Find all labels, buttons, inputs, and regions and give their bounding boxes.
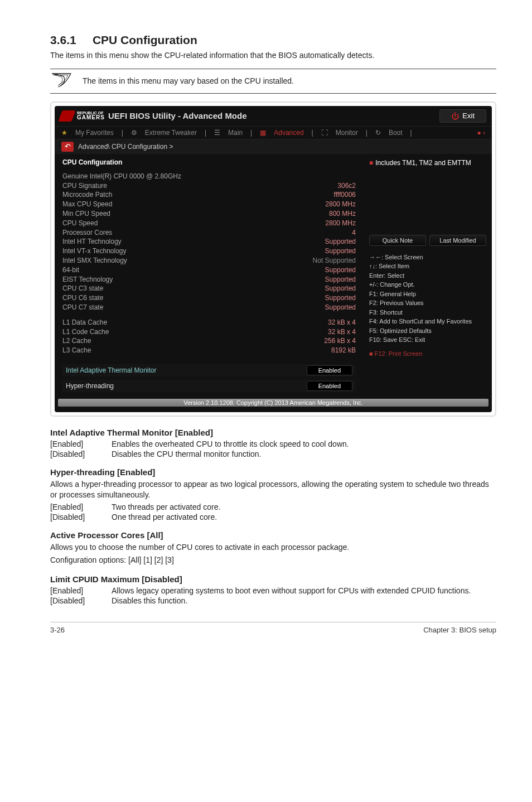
heading-thermal: Intel Adaptive Thermal Monitor [Enabled]: [50, 428, 496, 437]
bios-version-bar: Version 2.10.1208. Copyright (C) 2013 Am…: [58, 399, 489, 407]
row-microcode: Microcode Patchffff0006: [62, 190, 356, 200]
heading-cpuid: Limit CPUID Maximum [Disabled]: [50, 574, 496, 584]
monitor-icon: ⛶: [321, 129, 328, 137]
note-callout: The items in this menu may vary based on…: [50, 69, 496, 94]
power-icon: ⏻: [451, 112, 459, 120]
heading-hyper: Hyper-threading [Enabled]: [50, 467, 496, 477]
oc-icon: ⚙: [131, 129, 137, 137]
row-c7: CPU C7 stateSupported: [62, 303, 356, 312]
page-number: 3-26: [50, 626, 65, 634]
def-key: [Disabled]: [50, 513, 112, 521]
hotkeys-help: →←: Select Screen ↑↓: Select Item Enter:…: [369, 253, 486, 359]
row-l1-data: L1 Data Cache32 kB x 4: [62, 318, 356, 327]
hotkey-line-highlight: ■ F12: Print Screen: [369, 349, 486, 359]
row-signature: CPU Signature306c2: [62, 181, 356, 191]
def-key: [Enabled]: [50, 503, 112, 511]
def-row: [Disabled] Disables the CPU thermal moni…: [50, 450, 496, 458]
breadcrumb-text: Advanced\ CPU Configuration >: [78, 143, 173, 151]
menu-more-icon[interactable]: ● ›: [477, 129, 485, 137]
hotkey-line: F1: General Help: [369, 289, 486, 299]
bios-title-bar: REPUBLIC OF GAMERS UEFI BIOS Utility - A…: [55, 106, 492, 126]
bios-screenshot: REPUBLIC OF GAMERS UEFI BIOS Utility - A…: [50, 102, 496, 417]
section-title: 3.6.1 CPU Configuration: [50, 33, 496, 47]
brand-bottom: GAMERS: [77, 115, 105, 120]
def-row: [Disabled] Disables this function.: [50, 596, 496, 605]
bios-logo: REPUBLIC OF GAMERS UEFI BIOS Utility - A…: [60, 110, 247, 122]
row-l3: L3 Cache8192 kB: [62, 346, 356, 355]
def-key: [Enabled]: [50, 586, 112, 595]
option-thermal-monitor[interactable]: Intel Adaptive Thermal Monitor Enabled: [62, 364, 356, 376]
option-value-box[interactable]: Enabled: [307, 381, 352, 391]
def-row: [Enabled] Enables the overheated CPU to …: [50, 439, 496, 448]
hotkey-line: F2: Previous Values: [369, 298, 486, 308]
chapter-label: Chapter 3: BIOS setup: [423, 626, 496, 634]
tab-main[interactable]: Main: [228, 129, 243, 137]
def-key: [Disabled]: [50, 450, 112, 458]
row-c3: CPU C3 stateSupported: [62, 284, 356, 293]
last-modified-button[interactable]: Last Modified: [429, 235, 486, 246]
bullet-icon: ■: [369, 158, 373, 168]
hyper-para: Allows a hyper-threading processor to ap…: [50, 479, 496, 500]
left-pane-header: CPU Configuration: [62, 158, 356, 166]
section-number: 3.6.1: [50, 33, 76, 46]
option-label: Hyper-threading: [66, 382, 114, 390]
tab-extreme[interactable]: Extreme Tweaker: [145, 129, 197, 137]
def-val: Enables the overheated CPU to throttle i…: [112, 439, 496, 448]
row-vtx: Intel VT-x TechnologySupported: [62, 247, 356, 256]
bios-menu-bar: ★ My Favorites | ⚙ Extreme Tweaker | ☰ M…: [55, 126, 492, 139]
hotkey-line: F10: Save ESC: Exit: [369, 335, 486, 345]
def-val: Allows legacy operating systems to boot …: [112, 586, 496, 595]
row-ht: Intel HT TechnologySupported: [62, 237, 356, 247]
def-key: [Disabled]: [50, 596, 112, 605]
section-heading: CPU Configuration: [93, 33, 197, 46]
chip-icon: ▦: [260, 129, 266, 137]
tab-boot[interactable]: Boot: [389, 129, 403, 137]
cores-options: Configuration options: [All] [1] [2] [3]: [50, 555, 496, 566]
bios-right-pane: ■ Includes TM1, TM2 and EMTTM Quick Note…: [364, 154, 492, 397]
note-text: The items in this menu may vary based on…: [83, 76, 294, 85]
row-cpu-speed: CPU Speed2800 MHz: [62, 219, 356, 228]
def-val: Two threads per activated core.: [112, 503, 496, 511]
row-cores: Processor Cores4: [62, 228, 356, 238]
section-intro: The items in this menu show the CPU-rela…: [50, 50, 496, 61]
option-label: Intel Adaptive Thermal Monitor: [66, 366, 157, 374]
row-smx: Intel SMX TechnologyNot Supported: [62, 256, 356, 265]
def-val: One thread per activated core.: [112, 513, 496, 521]
def-key: [Enabled]: [50, 439, 112, 448]
def-val: Disables this function.: [112, 596, 496, 605]
hotkey-line: F3: Shortcut: [369, 308, 486, 317]
row-max-speed: Max CPU Speed2800 MHz: [62, 200, 356, 209]
list-icon: ☰: [214, 129, 220, 137]
tab-advanced[interactable]: Advanced: [274, 129, 303, 137]
page-footer: 3-26 Chapter 3: BIOS setup: [50, 622, 496, 634]
def-row: [Enabled] Two threads per activated core…: [50, 503, 496, 511]
help-text: ■ Includes TM1, TM2 and EMTTM: [369, 158, 486, 168]
option-hyper-threading[interactable]: Hyper-threading Enabled: [62, 380, 356, 392]
exit-label: Exit: [462, 112, 475, 120]
def-row: [Enabled] Allows legacy operating system…: [50, 586, 496, 595]
rog-badge-icon: [58, 110, 75, 122]
row-64bit: 64-bitSupported: [62, 265, 356, 275]
bios-title: UEFI BIOS Utility - Advanced Mode: [108, 111, 247, 120]
back-button[interactable]: ↶: [61, 142, 74, 152]
exit-button[interactable]: ⏻ Exit: [439, 109, 486, 123]
option-value-box[interactable]: Enabled: [307, 365, 352, 375]
bios-breadcrumb-bar: ↶ Advanced\ CPU Configuration >: [55, 139, 492, 154]
row-genuine: Genuine Intel(R) CPU 0000 @ 2.80GHz: [62, 172, 356, 181]
def-row: [Disabled] One thread per activated core…: [50, 513, 496, 521]
tab-favorites[interactable]: My Favorites: [75, 129, 114, 137]
tab-monitor[interactable]: Monitor: [336, 129, 358, 137]
quick-note-button[interactable]: Quick Note: [369, 235, 426, 246]
note-icon: [50, 73, 72, 90]
boot-icon: ↻: [375, 129, 381, 137]
hotkey-line: F4: Add to ShortCut and My Favorites: [369, 317, 486, 326]
def-val: Disables the CPU thermal monitor functio…: [112, 450, 496, 458]
row-c6: CPU C6 stateSupported: [62, 293, 356, 303]
hotkey-line: F5: Optimized Defaults: [369, 326, 486, 336]
row-l1-code: L1 Code Cache32 kB x 4: [62, 327, 356, 337]
hotkey-line: Enter: Select: [369, 271, 486, 281]
bios-left-pane: CPU Configuration Genuine Intel(R) CPU 0…: [55, 154, 364, 397]
cores-para: Allows you to choose the number of CPU c…: [50, 542, 496, 553]
hotkey-line: →←: Select Screen: [369, 253, 486, 262]
hotkey-line: ↑↓: Select Item: [369, 262, 486, 271]
